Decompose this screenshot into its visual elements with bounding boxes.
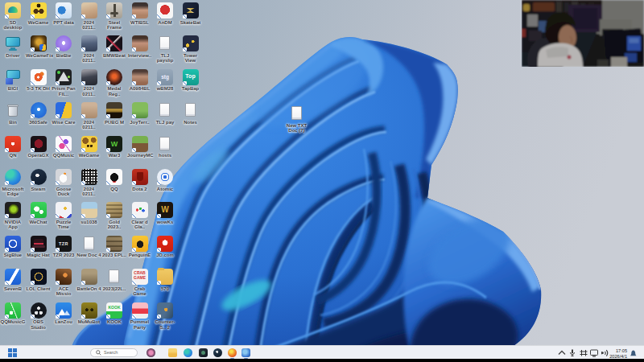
svg-text:2026/4/1: 2026/4/1 xyxy=(609,354,627,359)
svg-text:17:05: 17:05 xyxy=(616,348,627,353)
